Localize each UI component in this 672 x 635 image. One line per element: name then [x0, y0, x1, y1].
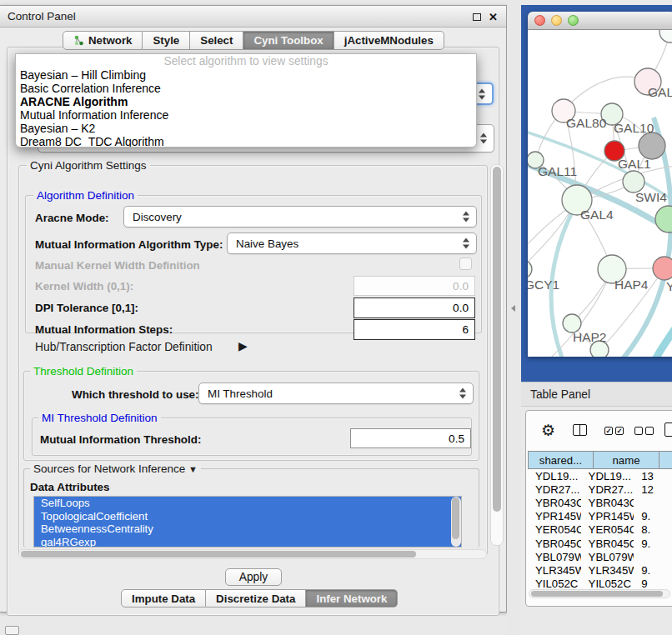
which-threshold-label: Which threshold to use:	[72, 388, 199, 401]
table-cell: 8.	[634, 523, 672, 536]
mi-threshold-label: Mutual Information Threshold:	[40, 433, 201, 446]
table-hscrollbar-thumb[interactable]	[531, 591, 663, 597]
column-header-3[interactable]: A	[659, 451, 672, 469]
tab-select[interactable]: Select	[190, 31, 243, 50]
data-attribute-item[interactable]: TopologicalCoefficient	[34, 510, 461, 523]
network-graph[interactable]: GALGAL80GAL10GAL11GAL1SWI4GAL4GCY1HAP4YH…	[528, 30, 672, 357]
column-header-2[interactable]: name	[594, 451, 659, 469]
network-node[interactable]	[659, 30, 672, 42]
kernel-width-value: 0.0	[453, 280, 469, 292]
node-label: HAP2	[573, 330, 607, 344]
panel-title: Control Panel	[8, 10, 76, 22]
table-cell: 9.	[634, 538, 672, 550]
minimize-traffic-light-icon[interactable]	[551, 15, 562, 26]
panel-divider[interactable]	[507, 0, 521, 635]
mi-threshold-field[interactable]: 0.5	[350, 428, 471, 448]
table-row[interactable]: YBR043CYBR043C	[528, 496, 672, 509]
tab-discretize-data[interactable]: Discretize Data	[206, 589, 306, 608]
table-row[interactable]: YIL052CYIL052C9	[528, 578, 672, 589]
algorithm-dropdown-popup: Select algorithm to view settings Bayesi…	[15, 53, 477, 148]
network-node[interactable]	[653, 257, 672, 280]
zoom-traffic-light-icon[interactable]	[568, 15, 579, 26]
algorithm-menu-item[interactable]: Dream8 DC_TDC Algorithm	[16, 135, 476, 148]
settings-hscrollbar-thumb[interactable]	[21, 551, 416, 558]
table-row[interactable]: YBL079WYBL079W	[528, 550, 672, 563]
tab-cyni-toolbox[interactable]: Cyni Toolbox	[243, 31, 333, 50]
manual-kernel-checkbox[interactable]	[459, 258, 472, 270]
algorithm-menu-item[interactable]: ARACNE Algorithm	[16, 95, 476, 108]
close-icon[interactable]: ✕	[489, 12, 498, 22]
divider-collapse-icon[interactable]	[511, 305, 515, 312]
tab-jactivemnodules[interactable]: jActiveMNodules	[334, 31, 444, 50]
columns-icon[interactable]	[573, 424, 587, 436]
gear-icon[interactable]: ⚙	[541, 421, 555, 440]
tab-label: Style	[153, 34, 179, 47]
data-attributes-list[interactable]: SelfLoopsTopologicalCoefficientBetweenne…	[33, 496, 462, 548]
which-threshold-combobox[interactable]: MI Threshold	[198, 382, 474, 404]
algorithm-menu-item[interactable]: Bayesian – Hill Climbing	[16, 68, 476, 82]
apply-button[interactable]: Apply	[225, 568, 282, 586]
network-node[interactable]	[655, 206, 672, 232]
new-table-icon[interactable]	[664, 422, 672, 437]
table-cell: YBR043C	[528, 497, 581, 509]
tab-style[interactable]: Style	[143, 31, 190, 50]
select-all-columns-icon[interactable]: ✓✓	[604, 427, 624, 435]
node-label: Y	[666, 279, 672, 293]
settings-hscrollbar[interactable]	[18, 549, 487, 559]
close-traffic-light-icon[interactable]	[534, 15, 545, 26]
data-attribute-item[interactable]: BetweennessCentrality	[34, 522, 461, 536]
network-node[interactable]	[528, 260, 532, 278]
sources-collapse-arrow-icon[interactable]: ▼	[188, 464, 198, 474]
node-label: GAL	[648, 85, 672, 99]
table-row[interactable]: YLR345WYLR345W9.	[528, 563, 672, 577]
data-attribute-item[interactable]: gal4RGexp	[34, 536, 461, 548]
tab-impute-data[interactable]: Impute Data	[121, 589, 206, 608]
table-cell: 12	[634, 483, 672, 496]
data-attributes-label: Data Attributes	[30, 481, 109, 493]
table-cell: YDR27...	[528, 483, 581, 496]
network-edge[interactable]	[643, 301, 672, 357]
algorithm-menu-item[interactable]: Basic Correlation Inference	[16, 82, 476, 95]
unselect-all-columns-icon[interactable]	[634, 427, 654, 435]
algorithm-menu-item[interactable]: Bayesian – K2	[16, 122, 476, 135]
table-hscrollbar[interactable]	[529, 589, 670, 598]
table-cell: YBR043C	[581, 497, 634, 509]
mi-steps-field[interactable]: 6	[354, 319, 475, 340]
settings-scrollbar[interactable]	[490, 164, 504, 546]
tab-infer-network[interactable]: Infer Network	[306, 589, 398, 608]
column-header-1[interactable]: shared...	[528, 451, 594, 469]
manual-kernel-label: Manual Kernel Width Definition	[35, 259, 200, 272]
table-cell: YBR045C	[528, 538, 581, 550]
dpi-tolerance-label: DPI Tolerance [0,1]:	[35, 302, 138, 314]
threshold-title: Threshold Definition	[30, 365, 137, 378]
data-attribute-item[interactable]: SelfLoops	[34, 497, 461, 510]
table-row[interactable]: YDR27...YDR27...12	[528, 482, 672, 496]
table-panel-card: ⚙ ✓✓ shared...nameA YDL19...YDL19...13YD…	[525, 410, 672, 607]
attr-list-scrollbar[interactable]	[451, 497, 461, 547]
node-label: GCY1	[528, 278, 559, 292]
table-row[interactable]: YDL19...YDL19...13	[528, 469, 672, 482]
table-cell: YER054C	[528, 523, 581, 536]
table-row[interactable]: YPR145WYPR145W9.	[528, 510, 672, 523]
network-canvas[interactable]: GALGAL80GAL10GAL11GAL1SWI4GAL4GCY1HAP4YH…	[528, 30, 672, 357]
sources-title-text: Sources for Network Inference	[33, 462, 185, 475]
tab-network[interactable]: Network	[63, 31, 143, 50]
collapsed-panel-icon[interactable]	[5, 626, 19, 635]
tab-label: Cyni Toolbox	[253, 34, 323, 47]
algorithm-menu-item[interactable]: Mutual Information Inference	[16, 108, 476, 122]
mi-type-combobox[interactable]: Naive Bayes	[227, 232, 477, 254]
network-icon	[73, 35, 84, 46]
table-row[interactable]: YBR045CYBR045C9.	[528, 537, 672, 550]
kernel-width-field[interactable]: 0.0	[354, 276, 475, 296]
table-cell: 13	[634, 470, 672, 482]
table-row[interactable]: YER054CYER054C8.	[528, 523, 672, 537]
table-panel-title: Table Panel	[530, 388, 590, 401]
hub-expand-arrow-icon[interactable]: ▶	[238, 339, 248, 352]
dpi-tolerance-field[interactable]: 0.0	[354, 298, 475, 318]
float-panel-icon[interactable]	[473, 13, 481, 21]
aracne-mode-combobox[interactable]: Discovery	[123, 206, 477, 228]
attr-list-scrollbar-thumb[interactable]	[452, 498, 459, 539]
hub-definition-label: Hub/Transcription Factor Definition	[35, 341, 213, 353]
network-node[interactable]	[639, 132, 665, 159]
settings-scrollbar-thumb[interactable]	[493, 167, 501, 512]
